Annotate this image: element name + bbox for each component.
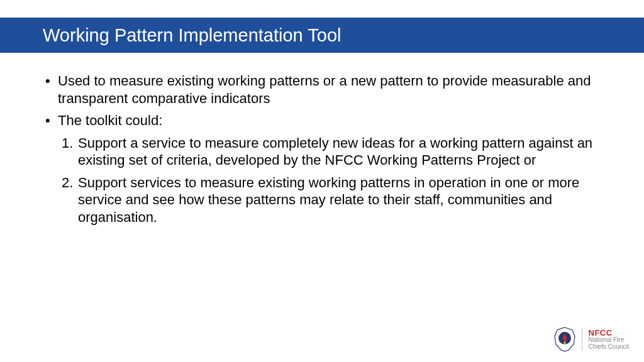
svg-rect-1 bbox=[564, 341, 565, 344]
logo-text: NFCC National Fire Chiefs Council bbox=[589, 329, 629, 351]
bullet-list: Used to measure existing working pattern… bbox=[44, 72, 600, 129]
footer-logo: NFCC National Fire Chiefs Council bbox=[554, 327, 629, 352]
nfcc-badge-icon bbox=[554, 327, 575, 352]
logo-acronym: NFCC bbox=[589, 329, 629, 337]
slide-content: Used to measure existing working pattern… bbox=[44, 72, 600, 231]
logo-line2: Chiefs Council bbox=[589, 344, 629, 351]
logo-divider bbox=[582, 328, 582, 351]
numbered-list: Support a service to measure completely … bbox=[44, 134, 600, 226]
numbered-item: Support services to measure existing wor… bbox=[44, 174, 600, 226]
bullet-item: Used to measure existing working pattern… bbox=[44, 72, 600, 107]
bullet-item: The toolkit could: bbox=[44, 112, 600, 129]
title-bar: Working Pattern Implementation Tool bbox=[0, 18, 644, 53]
numbered-item: Support a service to measure completely … bbox=[44, 134, 600, 169]
slide: Working Pattern Implementation Tool Used… bbox=[0, 0, 644, 362]
slide-title: Working Pattern Implementation Tool bbox=[43, 25, 341, 46]
